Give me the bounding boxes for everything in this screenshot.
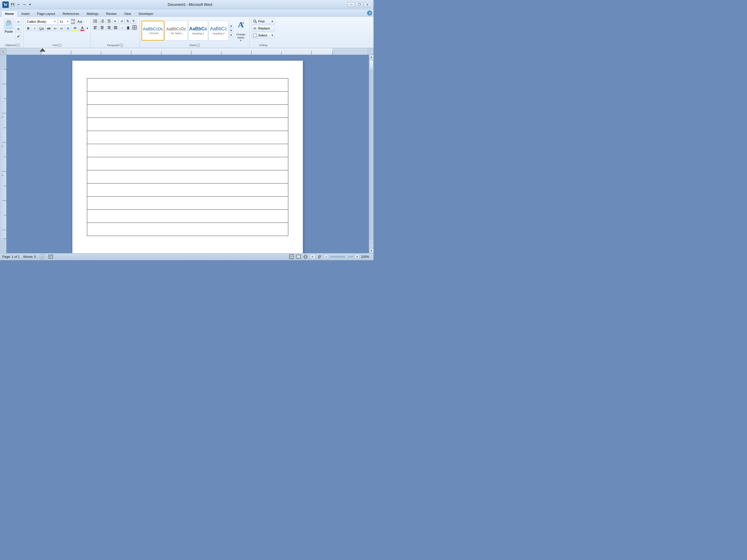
minimize-btn[interactable]: ─ bbox=[347, 2, 355, 7]
show-hide-btn[interactable]: ¶ bbox=[131, 18, 136, 24]
paragraph-expand[interactable]: ⌄ bbox=[120, 44, 123, 47]
styles-expand[interactable]: ⌄ bbox=[197, 44, 200, 47]
table-cell[interactable] bbox=[87, 117, 288, 131]
grow-font-btn[interactable]: A▲ bbox=[71, 18, 76, 21]
underline-btn[interactable]: U▼ bbox=[38, 25, 45, 31]
change-styles-button[interactable]: A a ChangeStyles ▼ bbox=[234, 18, 248, 43]
table-cell[interactable] bbox=[87, 196, 288, 209]
tab-home[interactable]: Home bbox=[1, 10, 18, 17]
sort-btn[interactable]: ⇅ bbox=[125, 18, 130, 24]
table-row[interactable] bbox=[87, 183, 288, 196]
table-cell[interactable] bbox=[87, 209, 288, 222]
bold-btn[interactable]: B bbox=[25, 25, 31, 31]
tab-mailings[interactable]: Mailings bbox=[83, 10, 102, 17]
align-left-btn[interactable] bbox=[92, 25, 99, 30]
tab-references[interactable]: References bbox=[59, 10, 83, 17]
tab-selector[interactable]: L bbox=[0, 48, 6, 55]
select-button[interactable]: Select ▼ bbox=[252, 32, 275, 38]
table-cell[interactable] bbox=[87, 222, 288, 236]
numbering-btn[interactable]: 1.2.3. bbox=[99, 18, 105, 24]
zoom-slider-thumb[interactable] bbox=[345, 255, 348, 258]
borders-btn[interactable] bbox=[131, 25, 138, 30]
styles-scroll-up-btn[interactable]: ▲ bbox=[229, 24, 233, 28]
table-row[interactable] bbox=[87, 196, 288, 209]
font-expand[interactable]: ⌄ bbox=[58, 44, 61, 47]
document-area[interactable] bbox=[6, 55, 369, 253]
clipboard-expand[interactable]: ⌄ bbox=[17, 44, 20, 47]
align-center-btn[interactable] bbox=[99, 25, 105, 30]
decrease-indent-btn[interactable]: ⇤ bbox=[112, 18, 118, 24]
table-row[interactable] bbox=[87, 104, 288, 117]
quick-access-dropdown-btn[interactable]: ▼ bbox=[27, 2, 33, 7]
scroll-track[interactable] bbox=[369, 70, 374, 240]
font-color-arrow[interactable]: ▼ bbox=[86, 27, 88, 30]
tab-view[interactable]: View bbox=[121, 10, 135, 17]
subscript-btn[interactable]: x2 bbox=[52, 25, 58, 31]
font-family-select[interactable]: Calibri (Body) ▼ bbox=[25, 18, 57, 25]
track-changes-icon[interactable] bbox=[48, 254, 53, 259]
style-normal-box[interactable]: AaBbCcDc ↑ Normal bbox=[141, 21, 164, 41]
bullets-btn[interactable] bbox=[92, 18, 99, 24]
full-screen-btn[interactable] bbox=[295, 254, 302, 259]
scroll-thumb[interactable] bbox=[369, 60, 374, 69]
find-button[interactable]: Find ▼ bbox=[252, 18, 275, 25]
text-effects-btn[interactable]: A bbox=[65, 25, 71, 31]
table-row[interactable] bbox=[87, 222, 288, 236]
style-heading2-box[interactable]: AaBbCc Heading 2 bbox=[209, 21, 229, 41]
scroll-down-btn[interactable]: ▼ bbox=[369, 248, 374, 253]
table-cell[interactable] bbox=[87, 78, 288, 91]
table-cell[interactable] bbox=[87, 183, 288, 196]
table-cell[interactable] bbox=[87, 170, 288, 183]
replace-button[interactable]: ab Replace bbox=[252, 25, 275, 31]
scroll-option-btn-2[interactable]: ○ bbox=[370, 244, 373, 248]
style-no-spacing-box[interactable]: AaBbCcDc ↑ No Spaci... bbox=[165, 21, 188, 41]
table-row[interactable] bbox=[87, 91, 288, 104]
table-cell[interactable] bbox=[87, 91, 288, 104]
tab-developer[interactable]: Developer bbox=[135, 10, 157, 17]
change-case-btn[interactable]: Aa bbox=[76, 19, 83, 25]
table-row[interactable] bbox=[87, 117, 288, 131]
styles-scroll-down-btn[interactable]: ▼ bbox=[229, 29, 233, 33]
table-cell[interactable] bbox=[87, 104, 288, 117]
tab-page-layout[interactable]: Page Layout bbox=[33, 10, 59, 17]
undo-quick-btn[interactable]: ↩ bbox=[16, 2, 21, 7]
table-row[interactable] bbox=[87, 144, 288, 157]
justify-btn[interactable] bbox=[112, 25, 119, 30]
format-painter-button[interactable]: 🖌 bbox=[15, 33, 22, 39]
cut-button[interactable]: ✂ bbox=[15, 19, 22, 25]
table-row[interactable] bbox=[87, 157, 288, 170]
print-layout-btn[interactable] bbox=[289, 254, 294, 259]
close-btn[interactable]: ✕ bbox=[364, 2, 371, 7]
table-cell[interactable] bbox=[87, 131, 288, 144]
table-cell[interactable] bbox=[87, 144, 288, 157]
save-quick-btn[interactable]: 💾 bbox=[10, 2, 15, 7]
increase-indent-btn[interactable]: ⇥ bbox=[119, 18, 124, 24]
line-spacing-btn[interactable]: ↕ bbox=[119, 25, 125, 30]
multilevel-list-btn[interactable] bbox=[106, 18, 112, 24]
spell-check-icon[interactable]: ✓ bbox=[40, 254, 45, 259]
table-row[interactable] bbox=[87, 78, 288, 91]
scroll-option-btn-1[interactable]: ○ bbox=[370, 240, 373, 244]
font-size-select[interactable]: 11 ▼ bbox=[58, 18, 70, 25]
restore-btn[interactable]: ❐ bbox=[355, 2, 363, 7]
copy-button[interactable]: ⧉ bbox=[15, 26, 22, 32]
redo-quick-btn[interactable]: ↪ bbox=[22, 2, 27, 7]
shrink-font-btn[interactable]: A▼ bbox=[71, 22, 76, 25]
scroll-up-btn[interactable]: ▲ bbox=[369, 55, 374, 59]
document[interactable] bbox=[72, 61, 303, 253]
draft-view-btn[interactable] bbox=[317, 254, 323, 259]
web-layout-btn[interactable] bbox=[303, 254, 308, 259]
table-row[interactable] bbox=[87, 170, 288, 183]
zoom-out-btn[interactable]: − bbox=[324, 254, 329, 259]
shading-btn[interactable]: ▓ bbox=[125, 25, 131, 30]
help-icon[interactable]: ? bbox=[367, 10, 372, 16]
styles-more-btn[interactable]: ▼ bbox=[229, 33, 233, 37]
tab-insert[interactable]: Insert bbox=[18, 10, 33, 17]
table-row[interactable] bbox=[87, 209, 288, 222]
outline-view-btn[interactable]: ≡ bbox=[310, 254, 315, 259]
style-heading1-box[interactable]: AaBbCc Heading 1 bbox=[188, 21, 208, 41]
tab-review[interactable]: Review bbox=[102, 10, 120, 17]
highlight-btn[interactable]: ab bbox=[72, 25, 78, 31]
italic-btn[interactable]: I bbox=[32, 25, 37, 31]
font-color-btn[interactable]: A bbox=[79, 25, 85, 31]
